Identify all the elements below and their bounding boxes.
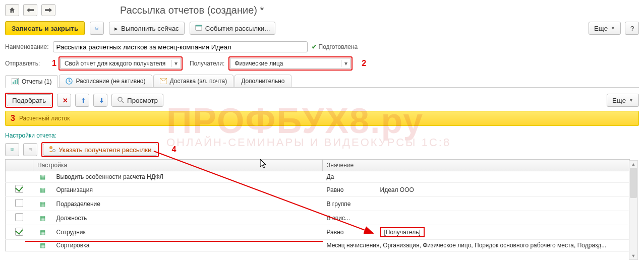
setting-name: Подразделение <box>52 197 323 211</box>
svg-rect-1 <box>96 27 98 28</box>
svg-rect-14 <box>11 149 13 149</box>
tab-additional[interactable]: Дополнительно <box>235 75 291 87</box>
annotation-4: 4 <box>172 145 177 154</box>
highlight-box-1: Свой отчет для каждого получателя ▾ <box>58 56 183 71</box>
setting-value: Равно <box>323 225 376 240</box>
recipients-value: Физические лица <box>230 60 341 67</box>
tab-schedule-label: Расписание (не активно) <box>76 78 145 85</box>
page-title: Рассылка отчетов (создание) * <box>120 5 264 16</box>
checkbox[interactable] <box>15 199 23 207</box>
setting-icon: ▦ <box>40 186 45 193</box>
execute-now-button[interactable]: ▸ Выполнить сейчас <box>109 22 185 35</box>
tab-delivery[interactable]: Доставка (эл. почта) <box>153 75 234 87</box>
svg-rect-4 <box>196 25 202 26</box>
prepared-checkbox[interactable]: ✔ Подготовлена <box>312 43 358 50</box>
col-setting: Настройка <box>33 160 323 171</box>
annotation-3: 3 <box>11 114 15 123</box>
svg-rect-7 <box>15 80 16 84</box>
back-button[interactable] <box>23 4 37 16</box>
highlight-box-4: Указать получателя рассылки <box>41 142 159 157</box>
events-label: События рассылки... <box>205 25 270 32</box>
settings-icon-button-1[interactable] <box>5 143 19 156</box>
svg-rect-18 <box>29 149 31 149</box>
forward-button[interactable] <box>41 4 55 16</box>
name-label: Наименование: <box>5 43 49 50</box>
highlight-box-2: Физические лица ▾ <box>228 56 353 71</box>
calendar-icon <box>195 24 202 33</box>
more-label: Еще <box>612 97 626 104</box>
table-row[interactable]: ▦ Сотрудник Равно [Получатель] <box>6 225 630 240</box>
svg-point-21 <box>53 149 55 152</box>
tab-reports-label: Отчеты (1) <box>22 78 51 85</box>
table-row[interactable]: ▦ Должность В спис... <box>6 211 630 225</box>
tab-schedule[interactable]: Расписание (не активно) <box>59 75 152 87</box>
setting-value: В спис... <box>323 211 630 225</box>
svg-point-20 <box>49 146 52 149</box>
setting-name: Организация <box>52 183 323 197</box>
setting-value: В группе <box>323 197 630 211</box>
chevron-down-icon: ▼ <box>611 26 615 31</box>
tab-reports[interactable]: Отчеты (1) <box>5 75 58 88</box>
save-close-button[interactable]: Записать и закрыть <box>5 21 85 35</box>
recipients-dropdown[interactable]: Физические лица ▾ <box>230 58 351 69</box>
setting-icon: ▦ <box>40 215 45 222</box>
table-row[interactable]: ▦ Выводить особенности расчета НДФЛ Да <box>6 171 630 183</box>
events-button[interactable]: События рассылки... <box>190 22 276 35</box>
setting-value: Да <box>323 171 630 183</box>
svg-rect-2 <box>96 28 98 29</box>
setting-value2: [Получатель] <box>376 225 630 240</box>
help-button[interactable]: ? <box>625 22 639 35</box>
setting-icon: ▦ <box>40 200 45 208</box>
send-value: Свой отчет для каждого получателя <box>61 60 171 67</box>
tab-delivery-label: Доставка (эл. почта) <box>170 78 227 85</box>
delete-icon: ✕ <box>63 97 68 104</box>
recipient-placeholder-highlight: [Получатель] <box>380 227 425 237</box>
scroll-up-icon: ▲ <box>629 161 637 168</box>
check-icon: ✔ <box>312 43 317 50</box>
setting-icon: ▦ <box>40 173 45 180</box>
svg-rect-15 <box>11 150 13 150</box>
selected-report-row[interactable]: 3 Расчетный листок <box>5 111 639 126</box>
execute-now-label: Выполнить сейчас <box>121 25 179 32</box>
annotation-1: 1 <box>52 59 56 68</box>
move-down-button[interactable]: ⬇ <box>93 94 107 107</box>
specify-recipient-button[interactable]: Указать получателя рассылки <box>43 144 157 156</box>
chevron-down-icon: ▾ <box>341 60 350 67</box>
more-button-panel[interactable]: Еще ▼ <box>607 94 639 107</box>
move-up-button[interactable]: ⬆ <box>75 94 89 107</box>
magnifier-icon <box>117 96 124 105</box>
table-row[interactable]: ▦ Подразделение В группе <box>6 197 630 211</box>
arrow-down-icon: ⬇ <box>99 97 104 104</box>
setting-value: Месяц начисления, Организация, Физическо… <box>323 240 630 251</box>
table-row[interactable]: ▦ Организация Равно Идеал ООО <box>6 183 630 197</box>
chevron-down-icon: ▾ <box>171 60 181 67</box>
recipient-icon <box>48 146 55 154</box>
settings-icon-button-2[interactable] <box>23 143 37 156</box>
select-button[interactable]: Подобрать <box>7 94 51 106</box>
setting-value: Равно <box>323 183 376 197</box>
setting-icon: ▦ <box>40 229 45 236</box>
report-icon <box>12 78 19 85</box>
preview-button[interactable]: Просмотр <box>111 94 163 107</box>
home-button[interactable] <box>5 4 19 16</box>
specify-recipient-label: Указать получателя рассылки <box>58 146 152 154</box>
scroll-thumb[interactable] <box>630 168 637 198</box>
selected-report-label: Расчетный листок <box>19 115 70 122</box>
checkbox[interactable] <box>15 228 23 236</box>
setting-value2: Идеал ООО <box>376 183 630 197</box>
tab-additional-label: Дополнительно <box>241 78 284 85</box>
preview-label: Просмотр <box>127 97 158 104</box>
name-input[interactable] <box>53 41 308 52</box>
setting-name: Выводить особенности расчета НДФЛ <box>52 171 323 183</box>
checkbox[interactable] <box>15 185 23 193</box>
svg-rect-16 <box>11 150 13 151</box>
delete-button[interactable]: ✕ <box>57 94 71 107</box>
vertical-scrollbar[interactable]: ▲ ▼ <box>629 160 638 260</box>
send-label: Отправлять: <box>5 60 48 67</box>
more-button-top[interactable]: Еще ▼ <box>589 22 621 35</box>
arrow-up-icon: ⬆ <box>81 97 86 104</box>
recipients-label: Получатели: <box>190 60 224 67</box>
checkbox[interactable] <box>15 213 23 221</box>
send-dropdown[interactable]: Свой отчет для каждого получателя ▾ <box>60 58 181 69</box>
save-button[interactable] <box>90 22 104 35</box>
